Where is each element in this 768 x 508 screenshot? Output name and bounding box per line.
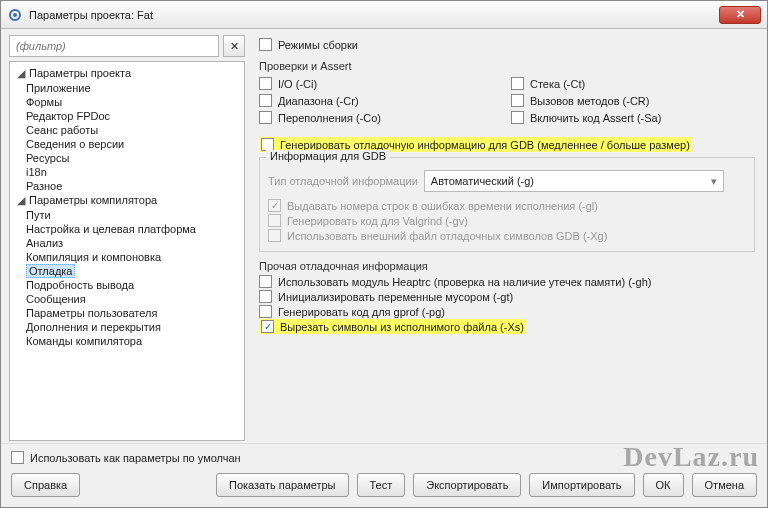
export-button[interactable]: Экспортировать xyxy=(413,473,521,497)
check-method[interactable]: Вызовов методов (-CR) xyxy=(511,93,755,108)
tree-item[interactable]: Подробность вывода xyxy=(12,278,242,292)
titlebar: Параметры проекта: Fat ✕ xyxy=(1,1,767,29)
heaptrc-checkbox[interactable]: Использовать модуль Heaptrc (проверка на… xyxy=(259,274,755,289)
tree-item[interactable]: Редактор FPDoc xyxy=(12,109,242,123)
tree-group[interactable]: ◢ Параметры проекта xyxy=(12,66,242,81)
use-as-default-checkbox[interactable]: Использовать как параметры по умолчан xyxy=(11,450,757,465)
tree-item[interactable]: Разное xyxy=(12,179,242,193)
tree-item[interactable]: Сеанс работы xyxy=(12,123,242,137)
checks-header: Проверки и Assert xyxy=(259,60,755,72)
tree-item[interactable]: Сообщения xyxy=(12,292,242,306)
check-stack[interactable]: Стека (-Ct) xyxy=(511,76,755,91)
trash-checkbox[interactable]: Инициализировать переменные мусором (-gt… xyxy=(259,289,755,304)
help-button[interactable]: Справка xyxy=(11,473,80,497)
test-button[interactable]: Тест xyxy=(357,473,406,497)
tree-item[interactable]: Компиляция и компоновка xyxy=(12,250,242,264)
clear-filter-button[interactable]: ✕ xyxy=(223,35,245,57)
gdb-external-checkbox[interactable]: Использовать внешний файл отладочных сим… xyxy=(268,228,746,243)
gdb-valgrind-checkbox[interactable]: Генерировать код для Valgrind (-gv) xyxy=(268,213,746,228)
gdb-lines-checkbox[interactable]: ✓Выдавать номера строк в ошибках времени… xyxy=(268,198,746,213)
gear-icon xyxy=(7,7,23,23)
tree-item[interactable]: Ресурсы xyxy=(12,151,242,165)
tree-item[interactable]: Настройка и целевая платформа xyxy=(12,222,242,236)
close-button[interactable]: ✕ xyxy=(719,6,761,24)
build-modes-checkbox[interactable]: Режимы сборки xyxy=(259,37,755,52)
other-header: Прочая отладочная информация xyxy=(259,260,755,272)
tree-item[interactable]: Формы xyxy=(12,95,242,109)
options-tree[interactable]: ◢ Параметры проекта Приложение Формы Ред… xyxy=(9,61,245,441)
gdb-fieldset-legend: Информация для GDB xyxy=(266,150,390,162)
window-title: Параметры проекта: Fat xyxy=(29,9,719,21)
tree-item[interactable]: i18n xyxy=(12,165,242,179)
tree-item[interactable]: Пути xyxy=(12,208,242,222)
svg-point-1 xyxy=(13,13,17,17)
show-params-button[interactable]: Показать параметры xyxy=(216,473,349,497)
chevron-down-icon: ▾ xyxy=(711,175,717,188)
tree-item[interactable]: Параметры пользователя xyxy=(12,306,242,320)
gprof-checkbox[interactable]: Генерировать код для gprof (-pg) xyxy=(259,304,755,319)
ok-button[interactable]: ОК xyxy=(643,473,684,497)
check-assert[interactable]: Включить код Assert (-Sa) xyxy=(511,110,755,125)
clear-icon: ✕ xyxy=(230,40,239,53)
tree-group[interactable]: ◢ Параметры компилятора xyxy=(12,193,242,208)
tree-item[interactable]: Команды компилятора xyxy=(12,334,242,348)
check-io[interactable]: I/O (-Ci) xyxy=(259,76,503,91)
check-range[interactable]: Диапазона (-Cr) xyxy=(259,93,503,108)
tree-item[interactable]: Анализ xyxy=(12,236,242,250)
cancel-button[interactable]: Отмена xyxy=(692,473,757,497)
filter-input[interactable] xyxy=(9,35,219,57)
check-overflow[interactable]: Переполнения (-Co) xyxy=(259,110,503,125)
import-button[interactable]: Импортировать xyxy=(529,473,634,497)
debug-type-label: Тип отладочной информации xyxy=(268,175,418,187)
tree-item-debugging[interactable]: Отладка xyxy=(12,264,242,278)
tree-item[interactable]: Дополнения и перекрытия xyxy=(12,320,242,334)
debug-type-select[interactable]: Автоматический (-g)▾ xyxy=(424,170,724,192)
strip-checkbox[interactable]: ✓Вырезать символы из исполнимого файла (… xyxy=(259,319,526,334)
tree-item[interactable]: Приложение xyxy=(12,81,242,95)
tree-item[interactable]: Сведения о версии xyxy=(12,137,242,151)
